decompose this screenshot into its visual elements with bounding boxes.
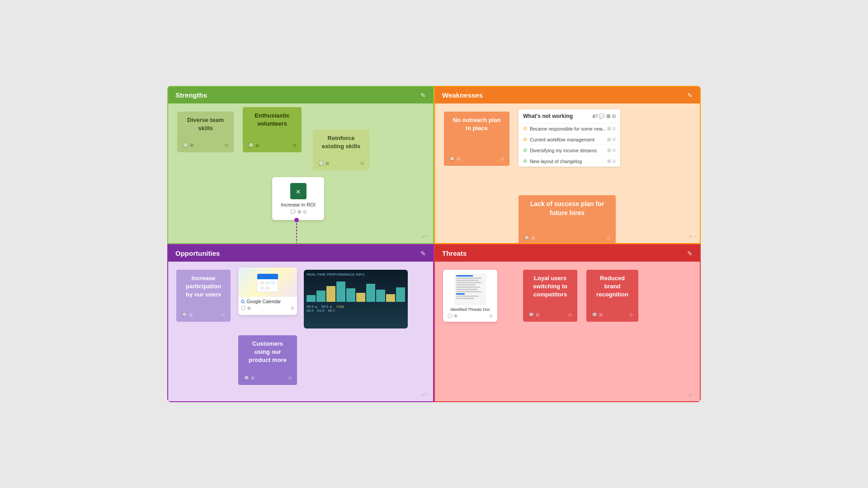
wnw-item-right-0: ⊞⊙: [607, 126, 616, 131]
dashboard-stats-2: 66.5 51.5 96.5: [307, 309, 405, 313]
wnw-item-0[interactable]: ⊘ Became responsible for some new... ⊞⊙: [519, 123, 620, 134]
bar-1: [307, 295, 316, 302]
stat-4: 66.5: [307, 309, 314, 313]
svg-rect-9: [265, 286, 270, 290]
note-diverse-team-footer: 💬 ⊞ ⊙: [183, 143, 228, 148]
note-roi-card[interactable]: ✕ Increase in ROI 💬 ⊞ ⊙: [272, 177, 324, 220]
check-icon-9: ⊙: [629, 312, 633, 317]
opportunities-header: Opportunities ✎: [168, 245, 433, 262]
doc-line-9: [456, 298, 474, 299]
dashboard-stats: 99.3 ▲ 99.5 ▲ +11k: [307, 305, 405, 309]
wnw-check-1: ⊘: [523, 136, 527, 142]
wnw-check-3: ⊘: [523, 158, 527, 164]
wnw-item-1[interactable]: ⊘ Current workflow management ⊞⊙: [519, 134, 620, 145]
svg-rect-8: [260, 286, 264, 290]
stat-1: 99.3 ▲: [307, 305, 318, 309]
check-icon-7: ⊙: [288, 375, 292, 380]
google-calendar-card[interactable]: G Google Calendar 💬 ⊞ ⊙: [238, 267, 297, 315]
gcal-preview-svg: [256, 271, 279, 294]
comment-icon: 💬: [183, 143, 188, 148]
wnw-check-0: ⊘: [523, 126, 527, 131]
note-participation[interactable]: Increase participation by our users 💬 ⊞ …: [176, 270, 231, 322]
note-participation-icons: 💬 ⊞: [182, 312, 193, 317]
wnw-header: What's not working 🏷 💬 ⊞ ⊙: [519, 109, 620, 123]
grid-icon: ⊞: [190, 143, 193, 148]
dashboard-card[interactable]: REAL-TIME PERFORMANCE INFO 99.3 ▲ 99.5 ▲: [304, 270, 408, 328]
wnw-item-right-1: ⊞⊙: [607, 137, 616, 142]
roi-footer-icons: 💬 ⊞ ⊙: [290, 209, 307, 214]
note-customers-icons: 💬 ⊞: [244, 375, 255, 380]
opportunities-title: Opportunities: [175, 249, 220, 257]
threats-header: Threats ✎: [435, 245, 700, 262]
note-customers-footer: 💬 ⊞ ⊙: [244, 375, 292, 380]
wnw-item-text-3: New layout of changelog: [530, 159, 582, 164]
note-customers-text: Customers using our product more: [244, 340, 292, 365]
weaknesses-edit-icon[interactable]: ✎: [687, 92, 693, 99]
wnw-check-2: ⊘: [523, 147, 527, 153]
note-diverse-team-text: Diverse team skills: [183, 116, 228, 132]
comment-icon-8: 💬: [528, 312, 534, 317]
doc-line-2: [456, 280, 479, 281]
wnw-item-3[interactable]: ⊘ New layout of changelog ⊞⊙: [519, 156, 620, 167]
note-no-outreach[interactable]: No outreach plan in place 💬 ⊞ ⊙: [444, 112, 509, 166]
strengths-edit-icon[interactable]: ✎: [420, 92, 426, 99]
note-diverse-team[interactable]: Diverse team skills 💬 ⊞ ⊙: [177, 112, 234, 152]
dashboard-bars: [307, 279, 405, 302]
grid-icon-7: ⊞: [251, 375, 255, 380]
excel-x: ✕: [296, 187, 301, 196]
wnw-title: What's not working: [523, 113, 573, 119]
grid-icon-9: ⊞: [599, 312, 603, 317]
comment-icon-6: 💬: [182, 312, 187, 317]
note-enthusiastic-text: Enthusiastic volunteers: [248, 112, 296, 128]
comment-icon-5: 💬: [524, 235, 529, 240]
grid-icon-2: ⊞: [255, 143, 259, 148]
wnw-item-text-0: Became responsible for some new...: [530, 126, 606, 131]
note-reinforce-icons: 💬 ⊞: [318, 161, 329, 166]
check-icon-3: ⊙: [360, 161, 364, 166]
svg-rect-6: [265, 281, 270, 285]
check-icon-4: ⊙: [500, 156, 504, 161]
note-reinforce[interactable]: Reinforce existing skills 💬 ⊞ ⊙: [313, 130, 369, 170]
weaknesses-header: Weaknesses ✎: [435, 87, 700, 103]
note-loyal-users-footer: 💬 ⊞ ⊙: [528, 312, 572, 317]
wnw-item-2[interactable]: ⊘ Diversifying my income streams ⊞⊙: [519, 145, 620, 156]
opportunities-quadrant: Opportunities ✎ Increase participation b…: [167, 244, 434, 402]
bar-6: [356, 293, 365, 302]
threats-doc-card[interactable]: Identified Threats Doc 💬 ⊞ ⊙: [443, 270, 497, 322]
connection-svg: [297, 220, 297, 244]
wnw-icon-2: 💬: [599, 113, 605, 119]
grid-icon-4: ⊞: [457, 156, 460, 161]
note-no-outreach-footer: 💬 ⊞ ⊙: [449, 156, 504, 161]
bar-3: [326, 286, 335, 302]
note-lack-success-footer: 💬 ⊞ ⊙: [524, 235, 610, 240]
wnw-icon-3: ⊞: [606, 113, 610, 119]
note-reduced-brand[interactable]: Reduced brand recognition 💬 ⊞ ⊙: [586, 270, 638, 322]
what-not-working-card: What's not working 🏷 💬 ⊞ ⊙ ⊘ Became resp…: [519, 109, 620, 167]
note-loyal-users-text: Loyal users switching to competitors: [528, 274, 572, 299]
threats-title: Threats: [442, 249, 467, 257]
note-customers[interactable]: Customers using our product more 💬 ⊞ ⊙: [238, 335, 297, 385]
opportunities-edit-icon[interactable]: ✎: [420, 250, 426, 257]
check-icon-5: ⊙: [607, 235, 610, 240]
doc-preview: [454, 273, 486, 305]
roi-comment-icon: 💬: [290, 209, 296, 214]
note-lack-success[interactable]: Lack of success plan for future hires 💬 …: [519, 195, 616, 244]
doc-line-4: [456, 284, 476, 286]
gcal-footer: 💬 ⊞ ⊙: [238, 306, 297, 312]
threats-edit-icon[interactable]: ✎: [687, 250, 693, 257]
svg-rect-4: [257, 277, 278, 279]
stat-6: 96.5: [328, 309, 335, 313]
strengths-quadrant: Strengths ✎ Diverse team skills 💬 ⊞ ⊙ En…: [167, 86, 434, 244]
check-icon: ⊙: [225, 143, 228, 148]
doc-line-blue-2: [456, 293, 465, 295]
strengths-corner-icon: ⤢···: [421, 234, 429, 239]
doc-footer-check: ⊙: [489, 314, 493, 318]
note-reduced-brand-icons: 💬 ⊞: [592, 312, 603, 317]
doc-line-5: [456, 286, 480, 288]
roi-grid-icon: ⊞: [297, 209, 301, 214]
note-no-outreach-text: No outreach plan in place: [449, 116, 504, 132]
stat-5: 51.5: [317, 309, 325, 313]
note-enthusiastic[interactable]: Enthusiastic volunteers 💬 ⊞ ⊙: [243, 107, 302, 152]
note-loyal-users[interactable]: Loyal users switching to competitors 💬 ⊞…: [523, 270, 577, 322]
doc-footer: 💬 ⊞ ⊙: [447, 314, 494, 318]
